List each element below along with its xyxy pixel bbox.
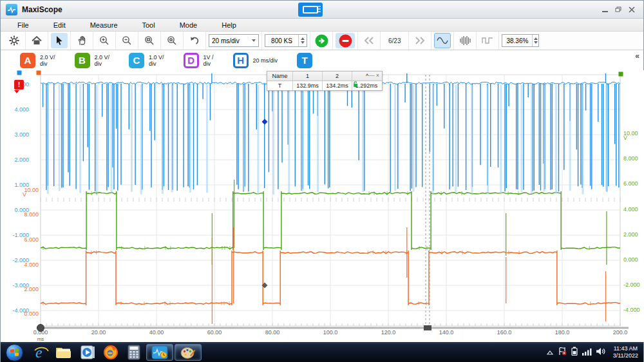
network-signal-icon[interactable]: [582, 347, 592, 358]
zoom-out-button[interactable]: [118, 33, 135, 48]
plot-grid: [41, 75, 620, 326]
svg-text:8.000: 8.000: [623, 155, 638, 162]
restore-button[interactable]: [615, 6, 622, 13]
cursor-handle: [428, 325, 431, 330]
measure-name: T: [267, 81, 293, 90]
volume-icon[interactable]: [596, 347, 606, 358]
maxiscope-taskbar-button[interactable]: [146, 344, 173, 361]
menu-item-mode[interactable]: Mode: [172, 20, 205, 30]
svg-text:-2.000: -2.000: [623, 281, 640, 288]
settings-button[interactable]: [6, 33, 23, 48]
measure-value-delta: 1.292ms: [352, 81, 382, 90]
scope-canvas[interactable]: 5.0004.0003.0002.0001.0000.000-1.000-2.0…: [1, 70, 644, 342]
popup-minimize-icon[interactable]: —: [369, 72, 376, 79]
menu-bar: File Edit Measure Tool Mode Help: [1, 19, 643, 32]
device-status-icon: [298, 3, 323, 17]
channel-a-button[interactable]: A: [20, 53, 35, 68]
channel-t-label: T: [301, 55, 307, 66]
channel-h-button[interactable]: H: [233, 53, 249, 68]
svg-text:V: V: [623, 135, 627, 141]
menu-item-measure[interactable]: Measure: [82, 20, 126, 30]
windows-logo-icon: [10, 348, 19, 356]
tray-expand-icon[interactable]: [547, 347, 553, 358]
app-icon: [6, 4, 17, 15]
spinner-down-icon[interactable]: [534, 41, 538, 44]
channel-h-scale: 20 ms/div: [253, 57, 278, 64]
zoom-window-button[interactable]: [141, 33, 158, 48]
burst-view-button[interactable]: [457, 33, 473, 48]
svg-text:4.000: 4.000: [623, 206, 638, 213]
calculator-icon[interactable]: [122, 343, 146, 361]
svg-text:180.0: 180.0: [555, 329, 570, 336]
spinner-down-icon[interactable]: [301, 41, 305, 44]
svg-text:6.000: 6.000: [623, 180, 638, 187]
svg-text:160.0: 160.0: [497, 329, 512, 336]
warning-icon[interactable]: !: [14, 80, 24, 90]
svg-text:2.000: 2.000: [623, 231, 638, 238]
zoom-percent-spinner[interactable]: 38.36%: [502, 34, 539, 47]
battery-icon[interactable]: [571, 347, 578, 358]
undo-button[interactable]: [186, 33, 203, 48]
trace-orange-glitches: [212, 227, 605, 324]
close-button[interactable]: [629, 6, 636, 13]
menu-item-tool[interactable]: Tool: [135, 20, 163, 30]
taskbar-clock[interactable]: 11:43 AM 3/11/2022: [611, 345, 638, 359]
menu-item-edit[interactable]: Edit: [46, 20, 73, 30]
channel-d-button[interactable]: D: [184, 53, 199, 68]
measure-popup-header: Name 1 2 ^ —×: [267, 71, 382, 81]
waveform-view-button[interactable]: [434, 33, 451, 48]
timebase-select[interactable]: 20 ms/div: [209, 34, 259, 47]
media-player-icon[interactable]: [76, 343, 99, 361]
paint-taskbar-button[interactable]: [175, 344, 202, 361]
action-center-icon[interactable]: [558, 347, 567, 358]
collapse-panel-button[interactable]: «: [635, 52, 639, 61]
measure-value-2: 134.2ms: [323, 81, 352, 90]
svg-text:3.000: 3.000: [14, 131, 29, 138]
trace-green-glitches: [212, 180, 607, 265]
internet-explorer-icon[interactable]: e: [30, 343, 53, 361]
menu-item-file[interactable]: File: [10, 20, 37, 30]
channel-d-label: D: [187, 55, 194, 65]
menu-item-help[interactable]: Help: [214, 20, 244, 30]
select-tool-button[interactable]: [51, 33, 68, 48]
channel-b-button[interactable]: B: [75, 53, 90, 68]
samples-spinner[interactable]: 800 KS: [265, 34, 307, 47]
timebase-value: 20 ms/div: [212, 37, 240, 44]
popup-close-icon[interactable]: ×: [376, 72, 381, 79]
measure-popup[interactable]: Name 1 2 ^ —× T 132.9ms 134.2ms 1.292ms: [267, 71, 383, 91]
square-view-button[interactable]: [479, 33, 496, 48]
channel-c-button[interactable]: C: [129, 53, 144, 68]
svg-text:60.00: 60.00: [207, 329, 222, 336]
svg-text:100.0: 100.0: [323, 329, 338, 336]
next-frame-button[interactable]: [412, 33, 428, 48]
zoom-in-button[interactable]: [96, 33, 113, 48]
start-button[interactable]: [6, 344, 23, 361]
svg-text:40.00: 40.00: [149, 329, 164, 336]
channel-b-label: B: [79, 55, 86, 66]
svg-text:8.000: 8.000: [24, 211, 39, 218]
file-explorer-icon[interactable]: [53, 343, 76, 361]
prev-frame-button[interactable]: [361, 33, 377, 48]
page-indicator: 6/23: [383, 37, 406, 44]
channel-b-scale: 2.0 V/div: [95, 54, 110, 67]
svg-text:200.0: 200.0: [613, 329, 628, 336]
svg-text:80.00: 80.00: [265, 329, 280, 336]
firefox-icon[interactable]: [99, 343, 122, 361]
channel-t-button[interactable]: T: [297, 53, 312, 68]
device-screen: [303, 6, 318, 14]
stop-button[interactable]: [336, 33, 355, 48]
pan-tool-button[interactable]: [73, 33, 90, 48]
zoom-actual-button[interactable]: [164, 33, 180, 48]
spinner-up-icon[interactable]: [534, 37, 538, 40]
minimize-button[interactable]: [601, 6, 609, 13]
window-title: MaxiScope: [22, 5, 62, 14]
scope-plot-area[interactable]: 5.0004.0003.0002.0001.0000.000-1.000-2.0…: [1, 70, 644, 342]
spinner-up-icon[interactable]: [301, 37, 305, 40]
col-2: 2: [323, 71, 352, 81]
svg-text:4.000: 4.000: [24, 262, 39, 268]
svg-text:2.000: 2.000: [24, 286, 39, 292]
home-button[interactable]: [28, 33, 45, 48]
trigger-marker: [262, 119, 268, 125]
start-button[interactable]: [313, 33, 330, 48]
clock-time: 11:43 AM: [613, 345, 638, 352]
